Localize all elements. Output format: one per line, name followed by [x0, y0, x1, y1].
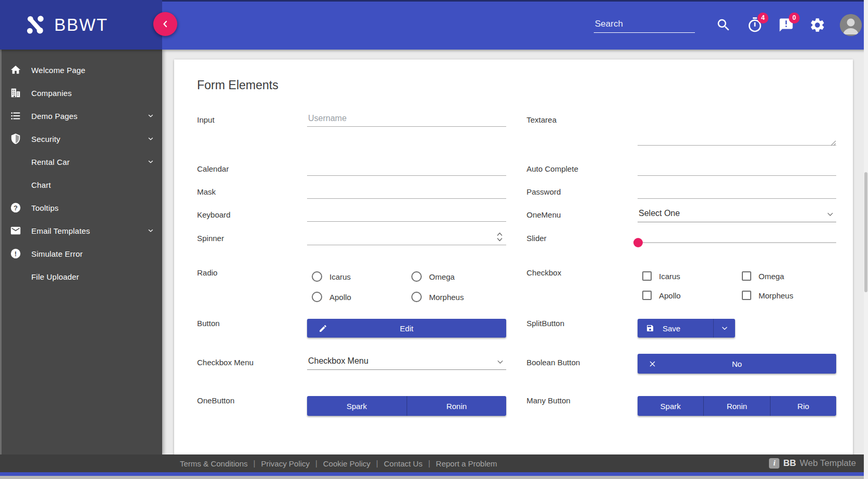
save-button[interactable]: Save: [638, 319, 713, 338]
sidebar-item-email-templates[interactable]: Email Templates: [0, 219, 162, 242]
calendar-field[interactable]: [307, 160, 506, 176]
search-button[interactable]: [715, 16, 732, 34]
one-button-ronin[interactable]: Ronin: [407, 396, 507, 416]
user-avatar[interactable]: [840, 14, 862, 36]
search-input[interactable]: [594, 17, 695, 32]
radio-icon[interactable]: [411, 271, 422, 282]
sidebar-item-tooltips[interactable]: ? Tooltips: [0, 196, 162, 219]
bbwt-logo-icon: [26, 15, 46, 35]
checkbox-option-omega[interactable]: Omega: [737, 271, 837, 281]
radio-option-morpheus[interactable]: Morpheus: [407, 292, 506, 302]
footer-link-terms[interactable]: Terms & Conditions: [180, 459, 248, 468]
form-row: Keyboard OneMenu Select One: [197, 206, 836, 222]
sidebar-nav: Welcome Page Companies: [0, 58, 162, 288]
resize-handle-icon[interactable]: [830, 140, 836, 146]
top-header: BBWT 4 0: [0, 0, 868, 50]
sidebar-item-label: Rental Car: [31, 158, 147, 166]
footer-separator: |: [315, 459, 317, 468]
footer-link-cookie[interactable]: Cookie Policy: [323, 459, 371, 468]
radio-icon[interactable]: [312, 292, 322, 302]
sidebar-item-rental-car[interactable]: Rental Car: [0, 150, 162, 173]
feedback-badge: 0: [789, 13, 800, 23]
timer-button[interactable]: 4: [746, 16, 764, 34]
autocomplete-field[interactable]: [638, 160, 836, 176]
checkbox-option-apollo[interactable]: Apollo: [638, 291, 737, 300]
sidebar-item-welcome-page[interactable]: Welcome Page: [0, 58, 162, 81]
footer-accent-bar: [0, 472, 868, 476]
many-button-ronin[interactable]: Ronin: [703, 396, 769, 416]
checkbox-icon[interactable]: [742, 291, 751, 300]
sidebar-item-label: Welcome Page: [31, 66, 154, 75]
footer-link-report[interactable]: Report a Problem: [436, 459, 497, 468]
radio-icon[interactable]: [411, 292, 422, 302]
checkbox-option-icarus[interactable]: Icarus: [638, 271, 737, 281]
checkbox-menu-value: Checkbox Menu: [307, 354, 506, 368]
one-button-spark[interactable]: Spark: [307, 396, 407, 416]
pencil-icon: [319, 324, 327, 333]
many-button-spark[interactable]: Spark: [638, 396, 703, 416]
checkbox-group: Icarus Omega Apollo Morpheus: [638, 271, 836, 300]
search-icon: [716, 17, 731, 33]
radio-option-apollo[interactable]: Apollo: [307, 292, 407, 302]
many-button-rio[interactable]: Rio: [770, 396, 836, 416]
main-content: Form Elements Input Textarea Calendar: [162, 50, 864, 454]
slider-handle[interactable]: [633, 238, 643, 247]
sidebar-item-file-uploader[interactable]: File Uploader: [0, 265, 162, 288]
form-row: Button Edit SplitButton: [197, 315, 836, 338]
sidebar-item-companies[interactable]: Companies: [0, 81, 162, 104]
mask-label: Mask: [197, 183, 307, 196]
scrollbar-thumb[interactable]: [864, 172, 867, 292]
radio-option-omega[interactable]: Omega: [407, 271, 506, 282]
footer-link-privacy[interactable]: Privacy Policy: [261, 459, 310, 468]
calendar-label: Calendar: [197, 160, 307, 173]
sidebar-collapse-button[interactable]: [153, 12, 177, 36]
footer-link-contact[interactable]: Contact Us: [384, 459, 422, 468]
feedback-button[interactable]: 0: [777, 16, 795, 34]
checkbox-option-morpheus[interactable]: Morpheus: [737, 291, 837, 300]
checkbox-icon[interactable]: [642, 291, 652, 300]
split-button-dropdown[interactable]: [713, 319, 735, 338]
shield-icon: [9, 133, 22, 145]
edit-button[interactable]: Edit: [307, 319, 506, 338]
spinner-field[interactable]: [307, 230, 506, 245]
radio-option-icarus[interactable]: Icarus: [307, 271, 407, 282]
svg-text:?: ?: [14, 204, 18, 212]
mask-field[interactable]: [307, 183, 506, 199]
password-field[interactable]: [638, 183, 836, 199]
sidebar-item-chart[interactable]: Chart: [0, 173, 162, 196]
textarea-label: Textarea: [506, 111, 638, 124]
sidebar: Welcome Page Companies: [0, 50, 162, 454]
slider-track[interactable]: [638, 242, 836, 243]
avatar-photo: [840, 14, 862, 36]
onemenu-select[interactable]: Select One: [638, 206, 836, 222]
checkbox-icon[interactable]: [742, 271, 751, 281]
chevron-down-icon: [147, 158, 154, 165]
sidebar-item-simulate-error[interactable]: ! Simulate Error: [0, 242, 162, 265]
username-input[interactable]: [307, 111, 506, 127]
checkbox-icon[interactable]: [642, 271, 652, 281]
page-scrollbar[interactable]: [864, 0, 868, 479]
keyboard-field[interactable]: [307, 206, 506, 222]
radio-group: Icarus Omega Apollo Morpheus: [307, 271, 506, 302]
textarea-field[interactable]: [638, 111, 836, 146]
boolean-button[interactable]: No: [638, 354, 836, 374]
form-row: Spinner Slider: [197, 230, 836, 254]
gear-icon: [809, 17, 826, 33]
manybutton-label: Many Button: [506, 392, 638, 405]
save-button-text: Save: [663, 324, 680, 333]
slider[interactable]: [638, 232, 836, 254]
header-actions: 4 0: [594, 0, 862, 50]
chevron-down-icon: [147, 227, 154, 234]
slider-label: Slider: [506, 230, 638, 243]
edit-button-text: Edit: [400, 324, 413, 333]
checkbox-menu-select[interactable]: Checkbox Menu: [307, 354, 506, 370]
sidebar-item-demo-pages[interactable]: Demo Pages: [0, 104, 162, 127]
form-row: Mask Password: [197, 183, 836, 199]
footer-brand: i BB Web Template: [769, 458, 856, 469]
sidebar-item-security[interactable]: Security: [0, 127, 162, 150]
search-box: [594, 17, 695, 33]
spinner-arrows-icon[interactable]: [496, 232, 503, 242]
radio-icon[interactable]: [312, 271, 322, 282]
settings-button[interactable]: [809, 16, 826, 34]
split-button: Save: [638, 319, 735, 338]
